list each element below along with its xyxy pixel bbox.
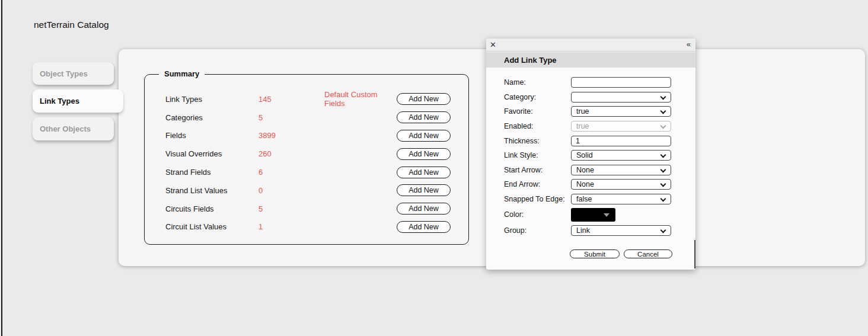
dialog-body: Name: Category: Favorite: true Enabled: [486, 68, 695, 270]
field-label: Snapped To Edge: [504, 195, 571, 203]
form-row: Enabled: true [504, 119, 695, 134]
table-row: Fields 3899 Add New [165, 127, 468, 145]
row-label: Categories [165, 113, 259, 122]
add-new-button[interactable]: Add New [397, 167, 451, 178]
form-row: Snapped To Edge: false [504, 192, 695, 207]
chevron-down-icon [660, 94, 666, 100]
chevron-down-icon [660, 181, 666, 187]
chevron-down-icon [660, 152, 666, 158]
snapped-to-edge-select[interactable]: false [571, 194, 671, 204]
start-arrow-select[interactable]: None [571, 165, 671, 175]
form-row: Category: [504, 90, 695, 105]
field-label: Name: [504, 78, 571, 87]
sidebar-item-link-types[interactable]: Link Types [33, 89, 123, 113]
page-title: netTerrain Catalog [34, 20, 109, 30]
thickness-input[interactable] [571, 136, 671, 146]
add-new-button[interactable]: Add New [397, 221, 451, 233]
form-row: End Arrow: None [504, 177, 695, 192]
window-left-border [1, 0, 2, 336]
chevron-down-icon [660, 123, 666, 129]
form-row: Color: [504, 206, 695, 223]
dialog-topbar: ✕ « [486, 39, 695, 52]
select-value: Solid [576, 151, 593, 159]
field-label: Link Style: [504, 151, 571, 159]
add-link-type-dialog: ✕ « Add Link Type Name: Category: Favori… [486, 39, 695, 270]
sidebar-item-label: Object Types [40, 69, 88, 78]
favorite-select[interactable]: true [571, 106, 671, 117]
add-new-button[interactable]: Add New [397, 184, 451, 196]
table-row: Categories 5 Add New [165, 108, 468, 127]
row-label: Link Types [165, 95, 259, 104]
table-row: Visual Overrides 260 Add New [165, 145, 468, 163]
row-label: Strand List Values [165, 186, 259, 195]
field-label: Category: [504, 93, 571, 101]
dialog-titlebar: Add Link Type [486, 52, 695, 68]
enabled-select: true [571, 121, 671, 132]
link-style-select[interactable]: Solid [571, 150, 671, 161]
dropdown-arrow-icon [604, 213, 609, 217]
dialog-scrollbar-thumb[interactable] [694, 240, 695, 268]
row-label: Circuits Fields [165, 204, 259, 213]
select-value: false [576, 195, 592, 203]
select-value: true [576, 122, 589, 130]
chevron-down-icon [660, 108, 666, 114]
table-row: Circuits Fields 5 Add New [165, 200, 468, 218]
row-label: Strand Fields [165, 168, 259, 177]
field-label: Enabled: [504, 122, 571, 130]
chevron-down-icon [660, 227, 666, 233]
row-value: 145 [259, 95, 324, 104]
add-new-button[interactable]: Add New [397, 93, 451, 105]
add-new-button[interactable]: Add New [397, 130, 451, 142]
row-label: Fields [165, 131, 259, 140]
row-value: 260 [259, 149, 324, 158]
chevron-down-icon [660, 167, 666, 172]
row-label: Visual Overrides [165, 149, 259, 158]
submit-button[interactable]: Submit [570, 249, 620, 258]
field-label: Group: [504, 226, 571, 235]
category-select[interactable] [571, 92, 671, 103]
add-new-button[interactable]: Add New [397, 203, 451, 215]
form-row: Favorite: true [504, 104, 695, 119]
table-row: Strand Fields 6 Add New [165, 163, 468, 181]
app-window: netTerrain Catalog Object Types Link Typ… [0, 0, 868, 336]
default-custom-fields-link[interactable]: Default Custom Fields [324, 90, 397, 108]
cancel-button[interactable]: Cancel [624, 249, 672, 258]
close-icon[interactable]: ✕ [490, 40, 496, 49]
group-select[interactable]: Link [571, 225, 671, 236]
field-label: Start Arrow: [504, 166, 571, 174]
table-row: Link Types 145 Default Custom Fields Add… [165, 90, 468, 108]
sidebar-item-label: Other Objects [40, 124, 91, 133]
row-value: 3899 [259, 131, 324, 140]
select-value: true [576, 107, 589, 116]
collapse-icon[interactable]: « [687, 40, 690, 49]
table-row: Strand List Values 0 Add New [165, 181, 468, 200]
summary-fieldset: Summary Link Types 145 Default Custom Fi… [144, 74, 469, 245]
row-value: 5 [259, 204, 324, 213]
row-label: Circuit List Values [165, 222, 259, 231]
select-value: None [576, 180, 594, 188]
dialog-title: Add Link Type [504, 56, 557, 65]
field-label: Thickness: [504, 137, 571, 145]
name-input[interactable] [571, 77, 671, 88]
summary-rows: Link Types 145 Default Custom Fields Add… [145, 75, 468, 236]
add-new-button[interactable]: Add New [397, 111, 451, 123]
field-label: End Arrow: [504, 180, 571, 188]
select-value: Link [576, 226, 590, 235]
select-value: None [576, 166, 594, 174]
sidebar-item-label: Link Types [40, 97, 79, 105]
color-picker[interactable] [571, 208, 615, 222]
sidebar-item-object-types[interactable]: Object Types [33, 62, 114, 85]
row-value: 1 [259, 222, 324, 231]
sidebar-item-other-objects[interactable]: Other Objects [33, 117, 114, 140]
form-row: Name: [504, 75, 695, 90]
dialog-footer: Submit Cancel [570, 249, 672, 258]
row-value: 0 [259, 186, 324, 195]
form-row: Group: Link [504, 223, 695, 238]
chevron-down-icon [660, 196, 666, 202]
row-value: 6 [259, 168, 324, 177]
add-new-button[interactable]: Add New [397, 148, 451, 160]
table-row: Circuit List Values 1 Add New [165, 218, 468, 236]
end-arrow-select[interactable]: None [571, 179, 671, 190]
row-value: 5 [259, 113, 324, 122]
form-row: Link Style: Solid [504, 148, 695, 163]
